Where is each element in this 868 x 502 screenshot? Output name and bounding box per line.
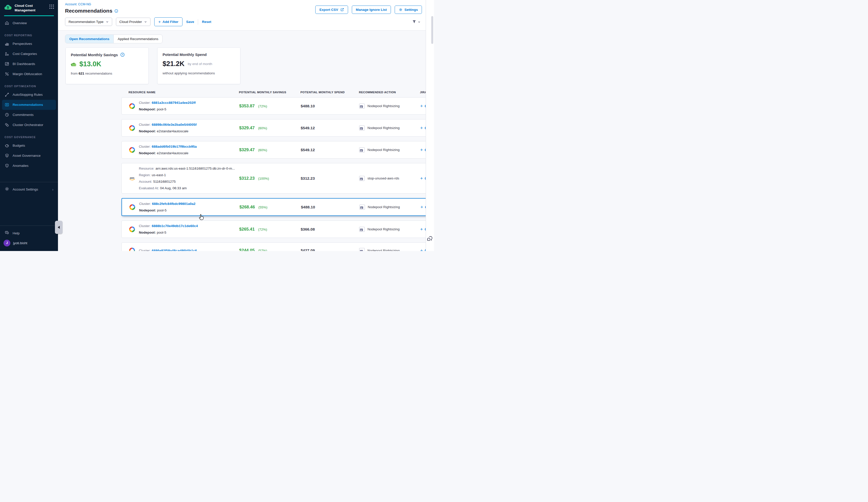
action-label: Nodepool Rightsizing: [368, 205, 400, 209]
scrollbar-thumb[interactable]: [431, 16, 433, 44]
sidebar-item-bi-dashboards[interactable]: BI Dashboards: [0, 59, 58, 69]
recommended-action-cell: Nodepool Rightsizing: [359, 227, 420, 232]
table-row[interactable]: Cluster: 68898c064e3e2ba0e544005f Nodepo…: [122, 119, 434, 137]
savings-total-value: $13.0K: [79, 60, 101, 68]
user-menu[interactable]: J jyoti.bisht: [0, 238, 58, 248]
resource-line-value[interactable]: 6881a3ccc887941a4ee202ff: [152, 101, 196, 105]
plus-icon: [420, 125, 425, 130]
add-filter-label: Add Filter: [163, 20, 178, 24]
table-row[interactable]: Cluster: 688c2fefc84fbdc99801a0a2 Nodepo…: [122, 198, 434, 216]
table-row[interactable]: Cluster: 6888b1c70e49db17c1de60c4 Nodepo…: [122, 220, 434, 238]
sidebar-item-help[interactable]: ? Help: [0, 228, 58, 238]
nav-section-cost-governance: COST GOVERNANCE: [0, 130, 58, 140]
sidebar-item-label: BI Dashboards: [13, 62, 35, 66]
sidebar-footer: ? Help J jyoti.bisht: [0, 226, 58, 251]
sidebar-item-budgets[interactable]: Budgets: [0, 140, 58, 151]
sidebar-item-label: Margin Obfuscation: [13, 72, 42, 76]
module-grid-icon[interactable]: [49, 3, 54, 10]
bar-chart-icon: [4, 41, 9, 46]
chevron-right-icon: ›: [52, 188, 53, 191]
resource-line-value[interactable]: 68898c064e3e2ba0e544005f: [152, 123, 197, 126]
tab-applied-recommendations[interactable]: Applied Recommendations: [114, 35, 162, 43]
gcp-logo-icon: [129, 147, 135, 153]
sidebar-item-anomalies[interactable]: Anomalies: [0, 161, 58, 171]
chevron-down-icon: [418, 21, 420, 23]
spend-total-value: $21.2K: [163, 60, 185, 68]
table-row[interactable]: Cluster: 688add6fb019b17f9bccb95a Nodepo…: [122, 141, 434, 158]
filter-chip-recommendation-type[interactable]: Recommendation Type: [65, 18, 112, 26]
sidebar-item-asset-governance[interactable]: $ Asset Governance: [0, 151, 58, 161]
resource-line-label: Cluster:: [139, 101, 151, 105]
savings-value: $244.05: [239, 248, 255, 251]
avatar: J: [3, 240, 10, 247]
table-header-row: RESOURCE NAMEPOTENTIAL MONTHLY SAVINGSPO…: [122, 91, 434, 94]
chat-support-icon[interactable]: [427, 236, 433, 243]
savings-value: $353.87: [239, 104, 255, 108]
resource-line-label: Nodepool:: [139, 151, 156, 155]
resource-line-label: Cluster:: [139, 123, 151, 126]
resource-line-value: e2standar4autoscale: [157, 151, 188, 155]
settings-button[interactable]: Settings: [395, 6, 422, 14]
info-icon[interactable]: [114, 9, 118, 13]
sidebar-item-perspectives[interactable]: Perspectives: [0, 39, 58, 49]
svg-text:?: ?: [6, 231, 7, 233]
export-csv-button[interactable]: Export CSV: [315, 6, 348, 14]
resource-line-value: 511616801275: [153, 180, 176, 184]
sidebar-item-label: Asset Governance: [13, 154, 41, 157]
chevron-down-icon: [144, 21, 147, 23]
table-row[interactable]: aws Resource: arn:aws:rds:us-east-1:5116…: [122, 163, 434, 194]
spend-value: $366.08: [301, 227, 359, 232]
filter-chip-cloud-provider[interactable]: Cloud Provider: [116, 18, 151, 26]
gcp-logo-icon: [129, 247, 135, 251]
table-row[interactable]: Cluster: 6886e92f59a48cad86b5b1c6 $244.0…: [122, 242, 434, 251]
sidebar-item-account-settings[interactable]: Account Settings ›: [0, 184, 58, 195]
savings-percent: (100%): [258, 177, 269, 180]
savings-cell: $329.47 (60%): [239, 147, 301, 153]
savings-value: $268.46: [239, 205, 255, 209]
app-window: $ Cloud Cost Management Overview COST RE…: [0, 0, 434, 251]
help-circle-icon[interactable]: ?: [120, 52, 125, 57]
savings-subtitle: from 621 recommendations: [71, 72, 143, 75]
summary-cards: Potential Monthly Savings ?: [65, 48, 434, 84]
resource-line-value[interactable]: 688add6fb019b17f9bccb95a: [152, 145, 197, 148]
resource-line-value: 04 Aug, 06:33 am: [160, 186, 187, 190]
aws-logo-icon: aws: [129, 176, 135, 181]
filter-chip-label: Cloud Provider: [120, 20, 142, 24]
sidebar-item-cost-categories[interactable]: Cost Categories: [0, 49, 58, 59]
table-row[interactable]: Cluster: 6881a3ccc887941a4ee202ff Nodepo…: [122, 97, 434, 115]
app-title: Cloud Cost Management: [14, 3, 49, 12]
sidebar-item-label: Cost Categories: [13, 52, 37, 56]
sidebar-item-autostopping-rules[interactable]: AutoStopping Rules: [0, 90, 58, 100]
sidebar-item-cluster-orchestrator[interactable]: Cluster Orchestrator: [0, 120, 58, 130]
sidebar-item-label: Help: [13, 231, 20, 235]
potential-monthly-spend-card: Potential Monthly Spend $21.2K by end of…: [157, 48, 240, 84]
main-area: Export CSV Manage Ignore List Settings A…: [58, 0, 434, 251]
sidebar-item-label: Perspectives: [13, 42, 32, 45]
resource-line-value[interactable]: 6888b1c70e49db17c1de60c4: [152, 224, 198, 228]
spend-value: $427.09: [301, 248, 359, 251]
clock-icon: [4, 112, 9, 117]
rightsizing-icon: [359, 147, 365, 153]
sidebar-item-overview[interactable]: Overview: [0, 18, 58, 28]
add-filter-button[interactable]: Add Filter: [154, 18, 183, 26]
savings-cell: $265.41 (72%): [239, 227, 301, 232]
manage-ignore-list-button[interactable]: Manage Ignore List: [352, 6, 391, 14]
sidebar-item-recommendations[interactable]: Recommendations: [2, 100, 56, 110]
filter-panel-toggle[interactable]: [412, 20, 420, 24]
shield-alert-icon: [4, 163, 9, 168]
gcp-logo-icon: [129, 103, 135, 109]
resource-line-label: Resource:: [139, 167, 155, 170]
sidebar-item-margin-obfuscation[interactable]: Margin Obfuscation: [0, 69, 58, 79]
gcp-logo-icon: [129, 226, 135, 233]
save-filter-button[interactable]: Save: [186, 20, 194, 24]
sidebar-item-commitments[interactable]: Commitments: [0, 110, 58, 120]
user-name: jyoti.bisht: [13, 241, 27, 245]
tab-open-recommendations[interactable]: Open Recommendations: [65, 35, 114, 43]
resource-line-value[interactable]: 688c2fefc84fbdc99801a0a2: [152, 202, 196, 206]
svg-text:aws: aws: [130, 176, 135, 179]
sidebar-collapse-handle[interactable]: [55, 221, 62, 234]
resource-cell: Cluster: 6886e92f59a48cad86b5b1c6: [129, 247, 239, 251]
resource-line-label: Account:: [139, 180, 152, 184]
resource-line-value[interactable]: 6886e92f59a48cad86b5b1c6: [152, 249, 197, 251]
reset-filter-button[interactable]: Reset: [202, 20, 211, 24]
